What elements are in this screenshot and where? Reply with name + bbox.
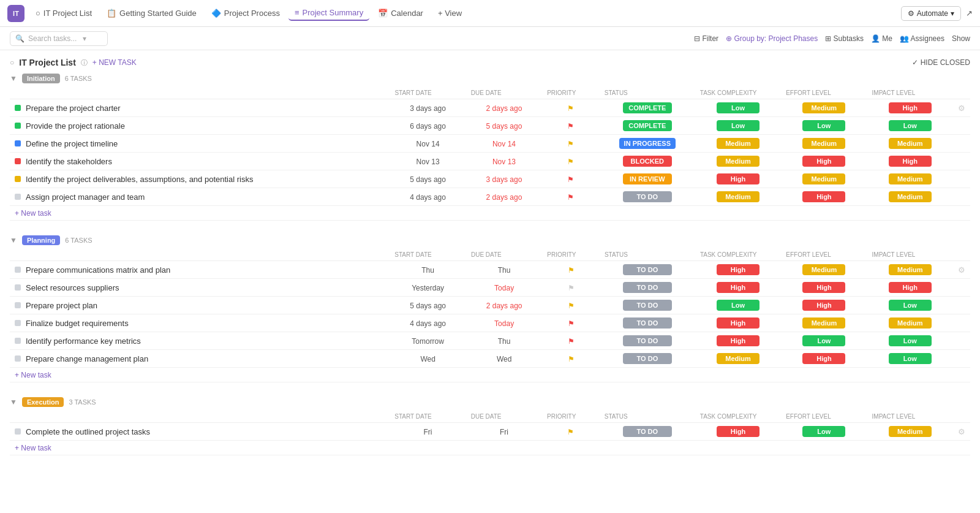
settings-icon[interactable]: ⚙ [958,427,965,436]
status-cell[interactable]: TO DO [600,423,695,441]
nav-tab-project-process[interactable]: 🔷 Project Process [205,6,286,20]
effort-cell[interactable]: High [781,153,867,170]
nav-tab-it-project-list[interactable]: ○ IT Project List [29,6,98,20]
effort-cell[interactable]: Low [781,332,867,350]
show-button[interactable]: Show [952,34,970,43]
new-task-row[interactable]: + New task [10,441,970,455]
filter-button[interactable]: ⊟ Filter [694,34,718,43]
status-cell[interactable]: COMPLETE [600,117,695,135]
effort-cell[interactable]: Medium [781,99,867,117]
hide-closed-button[interactable]: ✓ HIDE CLOSED [912,58,970,67]
table-row[interactable]: Prepare communications matrix and plan T… [10,261,970,279]
effort-cell[interactable]: Medium [781,135,867,153]
status-cell[interactable]: TO DO [600,279,695,297]
status-cell[interactable]: TO DO [600,350,695,368]
search-box[interactable]: 🔍 Search tasks... ▾ [10,31,108,46]
impact-cell[interactable]: High [867,153,953,170]
collapse-icon[interactable]: ○ [10,58,14,67]
section-toggle-execution[interactable]: ▼ [10,398,17,406]
status-cell[interactable]: BLOCKED [600,153,695,170]
effort-cell[interactable]: Medium [781,170,867,188]
effort-cell[interactable]: High [781,297,867,314]
nav-tab-view[interactable]: + View [432,6,468,20]
new-task-link[interactable]: + New task [15,371,51,379]
complexity-cell[interactable]: Medium [695,135,781,153]
complexity-cell[interactable]: High [695,261,781,279]
impact-cell[interactable]: Low [867,332,953,350]
complexity-cell[interactable]: High [695,314,781,332]
status-cell[interactable]: IN PROGRESS [600,135,695,153]
section-badge-execution: Execution [22,397,64,407]
status-cell[interactable]: TO DO [600,188,695,206]
effort-cell[interactable]: Medium [781,314,867,332]
complexity-cell[interactable]: High [695,279,781,297]
table-row[interactable]: Identify the stakeholders Nov 13 Nov 13 … [10,153,970,170]
automate-button[interactable]: ⚙ Automate ▾ [901,6,961,21]
table-row[interactable]: Complete the outlined project tasks Fri … [10,423,970,441]
effort-cell[interactable]: Low [781,117,867,135]
effort-cell[interactable]: High [781,188,867,206]
status-cell[interactable]: IN REVIEW [600,170,695,188]
assignees-button[interactable]: 👥 Assignees [900,34,944,43]
section-badge-initiation: Initiation [22,74,60,83]
impact-cell[interactable]: Low [867,117,953,135]
complexity-cell[interactable]: Medium [695,350,781,368]
complexity-cell[interactable]: Low [695,297,781,314]
complexity-cell[interactable]: Medium [695,188,781,206]
impact-cell[interactable]: High [867,279,953,297]
table-row[interactable]: Prepare project plan 5 days ago 2 days a… [10,297,970,314]
table-row[interactable]: Assign project manager and team 4 days a… [10,188,970,206]
nav-tab-project-summary[interactable]: ≡ Project Summary [288,6,369,21]
table-row[interactable]: Provide the project rationale 6 days ago… [10,117,970,135]
impact-cell[interactable]: High [867,99,953,117]
status-cell[interactable]: COMPLETE [600,99,695,117]
nav-tab-calendar[interactable]: 📅 Calendar [372,6,429,20]
table-row[interactable]: Prepare the project charter 3 days ago 2… [10,99,970,117]
table-row[interactable]: Prepare change management plan Wed Wed ⚑… [10,350,970,368]
complexity-cell[interactable]: Low [695,117,781,135]
impact-cell[interactable]: Medium [867,261,953,279]
new-task-row[interactable]: + New task [10,206,970,221]
settings-icon[interactable]: ⚙ [958,104,965,113]
table-row[interactable]: Finalize budget requirements 4 days ago … [10,314,970,332]
impact-cell[interactable]: Medium [867,423,953,441]
settings-icon[interactable]: ⚙ [958,265,965,275]
impact-cell[interactable]: Low [867,297,953,314]
table-row[interactable]: Identify the project deliverables, assum… [10,170,970,188]
nav-tab-getting-started[interactable]: 📋 Getting Started Guide [100,6,203,20]
complexity-cell[interactable]: Low [695,99,781,117]
table-row[interactable]: Identify performance key metrics Tomorro… [10,332,970,350]
impact-cell[interactable]: Medium [867,188,953,206]
complexity-cell[interactable]: High [695,423,781,441]
complexity-cell[interactable]: Medium [695,153,781,170]
status-cell[interactable]: TO DO [600,261,695,279]
section-toggle-planning[interactable]: ▼ [10,236,17,245]
table-row[interactable]: Select resources suppliers Yesterday Tod… [10,279,970,297]
new-task-link[interactable]: + New task [15,209,51,218]
effort-cell[interactable]: High [781,350,867,368]
me-button[interactable]: 👤 Me [871,34,892,43]
table-row[interactable]: Define the project timeline Nov 14 Nov 1… [10,135,970,153]
group-by-button[interactable]: ⊕ Group by: Project Phases [726,34,818,43]
impact-cell[interactable]: Medium [867,170,953,188]
effort-cell[interactable]: Low [781,423,867,441]
impact-cell[interactable]: Medium [867,135,953,153]
new-task-link[interactable]: + New task [15,444,51,452]
share-icon[interactable]: ↗ [966,9,973,18]
chevron-down-icon: ▾ [951,9,954,18]
subtasks-button[interactable]: ⊞ Subtasks [825,34,864,43]
status-cell[interactable]: TO DO [600,314,695,332]
new-task-row[interactable]: + New task [10,368,970,382]
impact-cell[interactable]: Medium [867,314,953,332]
new-task-button[interactable]: + NEW TASK [92,58,137,67]
status-cell[interactable]: TO DO [600,332,695,350]
impact-cell[interactable]: Low [867,350,953,368]
effort-cell[interactable]: Medium [781,261,867,279]
info-icon[interactable]: ⓘ [81,58,88,67]
status-cell[interactable]: TO DO [600,297,695,314]
complexity-cell[interactable]: High [695,332,781,350]
effort-cell[interactable]: High [781,279,867,297]
section-toggle-initiation[interactable]: ▼ [10,74,17,83]
complexity-cell[interactable]: High [695,170,781,188]
priority-cell: ⚑ [542,153,600,170]
